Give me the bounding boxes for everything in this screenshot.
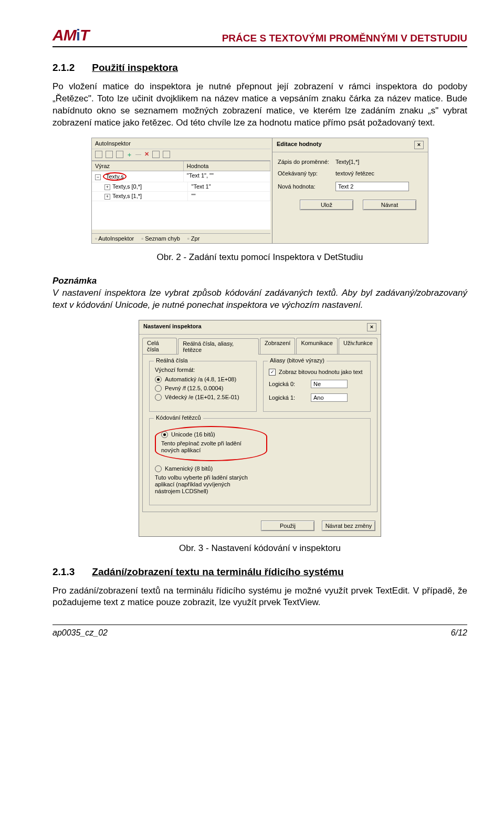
page-footer: ap0035_cz_02 6/12 xyxy=(52,625,467,638)
page-header: AMiT PRÁCE S TEXTOVÝMI PROMĚNNÝMI V DETS… xyxy=(52,26,467,47)
label: Výchozí formát: xyxy=(155,367,251,373)
section-number: 2.1.3 xyxy=(52,566,89,578)
toolbar-icon[interactable] xyxy=(106,151,113,158)
radio-icon xyxy=(155,394,162,401)
groupbox-real-numbers: Reálná čísla Výchozí formát: Automatický… xyxy=(149,361,257,412)
tab[interactable]: Zobrazení xyxy=(260,338,296,354)
tab[interactable]: Celá čísla xyxy=(142,338,177,354)
cancel-button[interactable]: Návrat bez změny xyxy=(322,521,375,531)
checkbox-icon xyxy=(269,369,276,376)
figure-caption: Obr. 2 - Zadání textu pomocí Inspektora … xyxy=(52,252,467,263)
new-value-input[interactable]: Text 2 xyxy=(335,182,409,191)
form-value: textový řetězec xyxy=(335,170,423,176)
section-heading: 2.1.2 Použití inspektora xyxy=(52,62,467,74)
tab[interactable]: Seznam chyb xyxy=(141,235,180,242)
apply-button[interactable]: Použij xyxy=(261,521,314,531)
close-icon[interactable]: × xyxy=(414,141,424,149)
form-label: Očekávaný typ: xyxy=(278,170,335,176)
note-body: V nastavení inspektora lze vybrat způsob… xyxy=(52,288,467,310)
radio-option[interactable]: Automatický /a (4.8, 1E+08) xyxy=(155,376,251,383)
footer-left: ap0035_cz_02 xyxy=(52,628,108,638)
radio-option[interactable]: Vědecký /e (1E+01, 2.5E-01) xyxy=(155,394,251,401)
tab[interactable]: Uživ.funkce xyxy=(339,338,377,354)
logic-1-input[interactable]: Ano xyxy=(311,393,348,402)
document-title: PRÁCE S TEXTOVÝMI PROMĚNNÝMI V DETSTUDIU xyxy=(222,33,467,44)
groupbox-title: Reálná čísla xyxy=(154,357,190,363)
tab[interactable]: Zpr xyxy=(187,235,200,242)
edit-icon[interactable] xyxy=(152,151,160,158)
section-paragraph: Pro zadání/zobrazení textů na terminálu … xyxy=(52,585,467,609)
logic-0-input[interactable]: Ne xyxy=(311,380,348,388)
radio-icon xyxy=(155,465,162,472)
label: Logická 1: xyxy=(269,394,311,401)
highlighted-option: Unicode (16 bitů) Tento přepínač zvolte … xyxy=(155,426,267,461)
plus-icon[interactable]: ＋ xyxy=(127,151,132,159)
save-button[interactable]: Ulož xyxy=(300,200,353,210)
section-paragraph: Po vložení matice do inspektora je nutné… xyxy=(52,81,467,129)
checkbox-option[interactable]: Zobraz bitovou hodnotu jako text xyxy=(269,369,365,376)
window-title: AutoInspektor xyxy=(92,138,270,149)
table-row[interactable]: +Texty,s [0,*] "Text 1" xyxy=(92,182,270,192)
logo: AMiT xyxy=(52,26,89,44)
groupbox-title: Kódování řetězců xyxy=(154,414,203,421)
tab-active[interactable]: Reálná čísla, aliasy, řetězce xyxy=(178,338,259,355)
table-row[interactable]: +Texty,s [1,*] "" xyxy=(92,192,270,201)
note-text: Tento přepínač zvolte při ladění nových … xyxy=(161,440,261,454)
screenshot-autoinspektor: AutoInspektor ＋ — ✕ Výraz Hodnota xyxy=(91,138,428,244)
footer-right: 6/12 xyxy=(451,628,467,638)
form-label: Nová hodnota: xyxy=(278,183,335,190)
groupbox-title: Aliasy (bitové výrazy) xyxy=(268,357,327,363)
radio-option[interactable]: Unicode (16 bitů) xyxy=(161,431,261,438)
note-heading: Poznámka xyxy=(52,276,97,286)
toolbar-icon[interactable] xyxy=(95,151,102,158)
radio-icon xyxy=(155,385,162,392)
tab-strip: Celá čísla Reálná čísla, aliasy, řetězce… xyxy=(139,335,381,354)
form-label: Zápis do proměnné: xyxy=(278,159,335,165)
section-title: Zadání/zobrazení textu na terminálu řídi… xyxy=(92,566,343,577)
tab[interactable]: AutoInspektor xyxy=(95,235,134,242)
screenshot-settings: Nastavení inspektora × Celá čísla Reálná… xyxy=(139,320,381,537)
figure-caption: Obr. 3 - Nastavení kódování v inspektoru xyxy=(52,543,467,554)
dialog-title: Nastavení inspektora xyxy=(143,323,202,331)
radio-option[interactable]: Pevný /f (12.5, 0.0004) xyxy=(155,385,251,392)
delete-icon[interactable]: ✕ xyxy=(144,151,149,159)
groupbox-encoding: Kódování řetězců Unicode (16 bitů) Tento… xyxy=(149,418,371,505)
column-header: Výraz xyxy=(92,161,184,171)
table-header: Výraz Hodnota xyxy=(92,161,270,171)
column-header: Hodnota xyxy=(184,161,270,171)
tab[interactable]: Komunikace xyxy=(296,338,338,354)
bottom-tabs: AutoInspektor Seznam chyb Zpr xyxy=(92,233,270,243)
groupbox-aliases: Aliasy (bitové výrazy) Zobraz bitovou ho… xyxy=(263,361,371,412)
section-heading: 2.1.3 Zadání/zobrazení textu na terminál… xyxy=(52,566,467,578)
table-row[interactable]: −Texty,s "Text 1", "" xyxy=(92,171,270,182)
close-icon[interactable]: × xyxy=(367,323,376,331)
toolbar-icon[interactable] xyxy=(163,151,170,158)
radio-icon xyxy=(161,431,168,438)
dialog-title: Editace hodnoty xyxy=(277,141,322,149)
radio-option[interactable]: Kamenický (8 bitů) xyxy=(155,465,365,472)
edit-value-dialog: Editace hodnoty × Zápis do proměnné: Tex… xyxy=(272,138,428,243)
cancel-button[interactable]: Návrat xyxy=(363,200,416,210)
section-title: Použití inspektora xyxy=(92,62,178,73)
label: Logická 0: xyxy=(269,381,311,387)
radio-icon xyxy=(155,376,162,383)
toolbar-icon[interactable] xyxy=(116,151,123,158)
toolbar: ＋ — ✕ xyxy=(92,149,270,161)
note-text: Tuto volbu vyberte při ladění starých ap… xyxy=(155,474,255,495)
form-value: Texty[1,*] xyxy=(335,159,423,165)
section-number: 2.1.2 xyxy=(52,62,89,74)
highlighted-cell: Texty,s xyxy=(103,172,127,181)
